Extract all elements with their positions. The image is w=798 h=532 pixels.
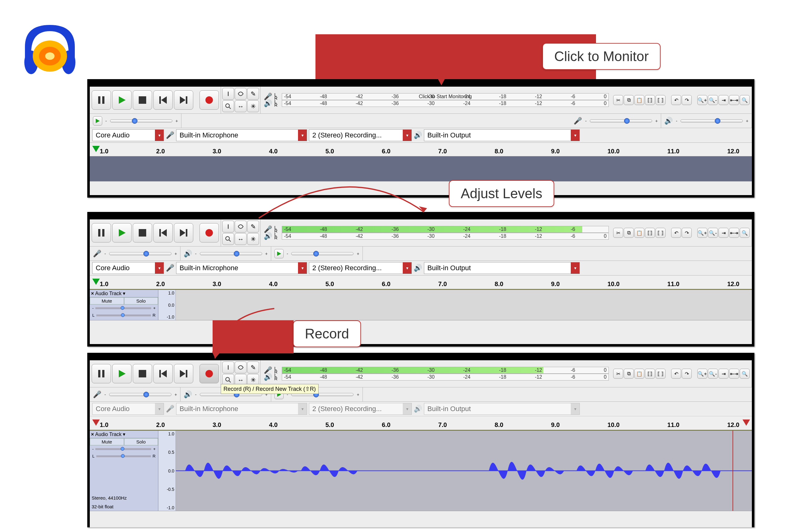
pan-slider[interactable] <box>96 315 151 316</box>
envelope-tool-icon[interactable] <box>235 221 247 232</box>
zoom-tool-icon[interactable] <box>222 100 234 112</box>
play-button[interactable] <box>112 364 132 383</box>
zoom-in-icon[interactable]: 🔍+ <box>697 228 707 238</box>
copy-icon[interactable]: ⧉ <box>624 369 634 379</box>
undo-icon[interactable]: ↶ <box>671 95 681 105</box>
recording-meter[interactable]: 🎤 LR -54-48-42-36-30-24-18-12-60 🔊 LR -5… <box>261 360 611 387</box>
copy-icon[interactable]: ⧉ <box>624 95 634 105</box>
zoom-in-icon[interactable]: 🔍+ <box>697 369 707 379</box>
redo-icon[interactable]: ↷ <box>682 95 692 105</box>
recording-meter[interactable]: 🎤 LR -54-48-42-36-30-24-18-12-60 Click t… <box>261 87 611 113</box>
recording-volume-slider[interactable] <box>109 252 171 255</box>
play-head-marker[interactable] <box>92 419 100 426</box>
timeshift-tool-icon[interactable]: ↔ <box>235 100 247 112</box>
gain-slider[interactable] <box>95 448 151 450</box>
play-head-marker[interactable] <box>92 279 100 285</box>
zoom-tool-icon[interactable] <box>222 233 234 245</box>
skip-start-button[interactable] <box>153 90 173 110</box>
waveform-area[interactable] <box>176 431 752 511</box>
skip-start-button[interactable] <box>153 364 173 383</box>
start-monitoring-text[interactable]: Click to Start Monitoring <box>419 94 472 99</box>
cut-icon[interactable]: ✂ <box>613 95 623 105</box>
track-menu-chevron-icon[interactable]: ▾ <box>123 290 125 297</box>
selection-tool-icon[interactable]: I <box>222 221 234 232</box>
pan-slider[interactable] <box>96 455 151 457</box>
stop-button[interactable] <box>133 90 152 110</box>
pause-button[interactable] <box>92 223 111 243</box>
recording-volume-slider[interactable] <box>109 393 171 396</box>
audio-host-dropdown[interactable]: Core Audio▾ <box>92 129 164 141</box>
record-button[interactable] <box>200 90 219 110</box>
close-track-icon[interactable]: × <box>91 291 94 297</box>
audio-host-dropdown[interactable]: Core Audio▾ <box>92 262 164 274</box>
playback-device-dropdown[interactable]: Built-in Output▾ <box>424 262 580 274</box>
stop-button[interactable] <box>133 223 152 243</box>
envelope-tool-icon[interactable] <box>235 88 247 100</box>
zoom-in-icon[interactable]: 🔍+ <box>697 95 707 105</box>
skip-end-button[interactable] <box>174 90 193 110</box>
fit-selection-icon[interactable]: ⇥ <box>719 95 728 105</box>
record-button[interactable] <box>200 223 219 243</box>
silence-icon[interactable]: ⟦ ⟧ <box>656 369 666 379</box>
recording-volume-slider[interactable] <box>590 119 652 122</box>
zoom-toggle-icon[interactable]: 🔍 <box>740 228 750 238</box>
playback-speed-slider[interactable] <box>110 119 172 122</box>
copy-icon[interactable]: ⧉ <box>624 228 634 238</box>
timeline-ruler[interactable]: 1.02.03.04.05.06.07.08.09.010.011.012.0 <box>90 276 752 289</box>
fit-selection-icon[interactable]: ⇥ <box>719 228 728 238</box>
paste-icon[interactable]: 📋 <box>634 228 644 238</box>
recording-channels-dropdown[interactable]: 2 (Stereo) Recording...▾ <box>309 129 412 141</box>
playback-speed-slider[interactable] <box>291 252 354 255</box>
multi-tool-icon[interactable]: ✳ <box>247 100 259 112</box>
silence-icon[interactable]: ⟦ ⟧ <box>656 228 666 238</box>
recording-channels-dropdown[interactable]: 2 (Stereo) Recording...▾ <box>309 262 412 274</box>
trim-icon[interactable]: ⟦⟧ <box>645 228 655 238</box>
fit-project-icon[interactable]: ⇤⇥ <box>729 369 739 379</box>
zoom-toggle-icon[interactable]: 🔍 <box>740 95 750 105</box>
silence-icon[interactable]: ⟦ ⟧ <box>656 95 666 105</box>
playback-volume-slider[interactable] <box>200 252 262 255</box>
solo-button[interactable]: Solo <box>124 297 158 304</box>
close-track-icon[interactable]: × <box>91 432 94 437</box>
recording-device-dropdown[interactable]: Built-in Microphone▾ <box>176 129 307 141</box>
playback-volume-slider[interactable] <box>681 119 743 122</box>
trim-icon[interactable]: ⟦⟧ <box>645 369 655 379</box>
gain-slider[interactable] <box>95 307 151 309</box>
paste-icon[interactable]: 📋 <box>634 95 644 105</box>
fit-project-icon[interactable]: ⇤⇥ <box>729 228 739 238</box>
timeline-ruler[interactable]: 1.02.03.04.05.06.07.08.09.010.011.012.0 <box>90 416 752 430</box>
cut-icon[interactable]: ✂ <box>613 369 623 379</box>
recording-device-dropdown[interactable]: Built-in Microphone▾ <box>176 262 307 274</box>
pause-button[interactable] <box>92 364 111 383</box>
track-control-panel[interactable]: × Audio Track ▾ Mute Solo -+ LR <box>90 290 158 320</box>
zoom-out-icon[interactable]: 🔍- <box>708 95 718 105</box>
play-button[interactable] <box>112 90 132 110</box>
mute-button[interactable]: Mute <box>90 438 124 445</box>
undo-icon[interactable]: ↶ <box>671 228 681 238</box>
cut-icon[interactable]: ✂ <box>613 228 623 238</box>
draw-tool-icon[interactable]: ✎ <box>247 88 259 100</box>
playback-device-dropdown[interactable]: Built-in Output▾ <box>424 129 580 141</box>
skip-end-button[interactable] <box>174 223 193 243</box>
track-control-panel[interactable]: × Audio Track ▾ Mute Solo -+ LR Stereo, … <box>90 431 158 511</box>
timeline-ruler[interactable]: 1.02.03.04.05.06.07.08.09.010.011.012.0 <box>90 143 752 156</box>
solo-button[interactable]: Solo <box>124 438 158 445</box>
play-button[interactable] <box>112 223 132 243</box>
redo-icon[interactable]: ↷ <box>682 369 692 379</box>
trim-icon[interactable]: ⟦⟧ <box>645 95 655 105</box>
fit-selection-icon[interactable]: ⇥ <box>719 369 728 379</box>
play-head-marker[interactable] <box>92 146 100 152</box>
track-menu-chevron-icon[interactable]: ▾ <box>123 431 125 437</box>
undo-icon[interactable]: ↶ <box>671 369 681 379</box>
mute-button[interactable]: Mute <box>90 297 124 304</box>
play-at-speed-button[interactable] <box>93 116 102 126</box>
play-at-speed-button[interactable] <box>274 249 284 258</box>
zoom-toggle-icon[interactable]: 🔍 <box>740 369 750 379</box>
zoom-out-icon[interactable]: 🔍- <box>708 369 718 379</box>
paste-icon[interactable]: 📋 <box>634 369 644 379</box>
selection-tool-icon[interactable]: I <box>222 88 234 100</box>
stop-button[interactable] <box>133 364 152 383</box>
skip-start-button[interactable] <box>153 223 173 243</box>
fit-project-icon[interactable]: ⇤⇥ <box>729 95 739 105</box>
pause-button[interactable] <box>92 90 111 110</box>
